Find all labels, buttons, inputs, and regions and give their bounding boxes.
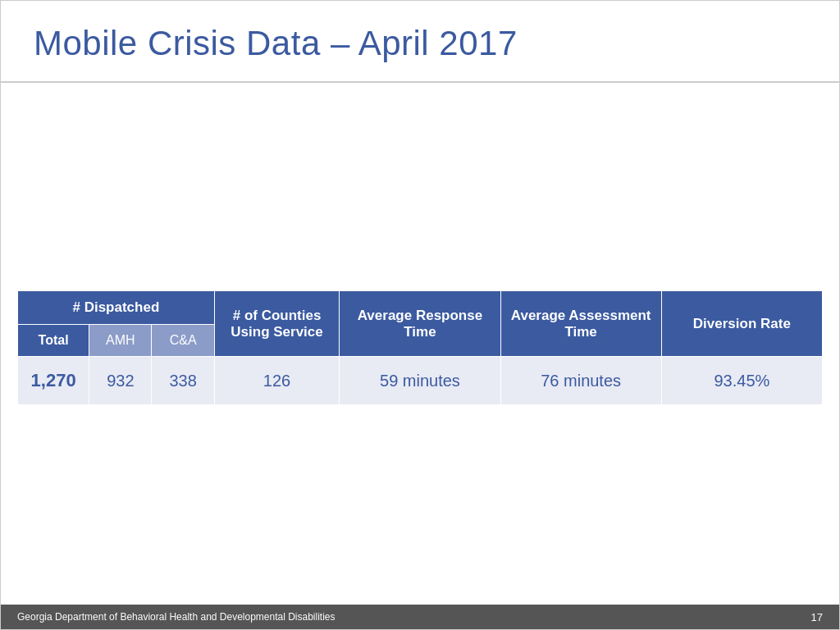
table-row: 1,270 932 338 126 59 minutes 76 minutes … — [18, 357, 823, 405]
diversion-value: 93.45% — [661, 357, 822, 405]
footer-page: 17 — [811, 611, 823, 623]
slide-footer: Georgia Department of Behavioral Health … — [1, 605, 839, 629]
response-value: 59 minutes — [340, 357, 500, 405]
amh-subheader: AMH — [89, 325, 152, 357]
amh-value: 932 — [89, 357, 152, 405]
slide-title: Mobile Crisis Data – April 2017 — [34, 24, 806, 63]
diversion-header: Diversion Rate — [661, 291, 822, 357]
total-subheader: Total — [18, 325, 89, 357]
counties-value: 126 — [214, 357, 340, 405]
footer-org: Georgia Department of Behavioral Health … — [17, 611, 336, 623]
slide: Mobile Crisis Data – April 2017 # Dispat — [0, 0, 840, 630]
dispatched-header: # Dispatched — [18, 291, 215, 325]
table-wrapper: # Dispatched # of Counties Using Service… — [17, 290, 823, 405]
assessment-header: Average Assessment Time — [500, 291, 661, 357]
ca-value: 338 — [152, 357, 214, 405]
counties-header: # of Counties Using Service — [214, 291, 340, 357]
ca-subheader: C&A — [152, 325, 214, 357]
slide-header: Mobile Crisis Data – April 2017 — [1, 1, 839, 83]
content-section: # Dispatched # of Counties Using Service… — [1, 83, 839, 605]
response-header: Average Response Time — [340, 291, 500, 357]
total-value: 1,270 — [18, 357, 89, 405]
table-header-row-1: # Dispatched # of Counties Using Service… — [18, 291, 823, 325]
data-table: # Dispatched # of Counties Using Service… — [17, 290, 823, 405]
assessment-value: 76 minutes — [500, 357, 661, 405]
